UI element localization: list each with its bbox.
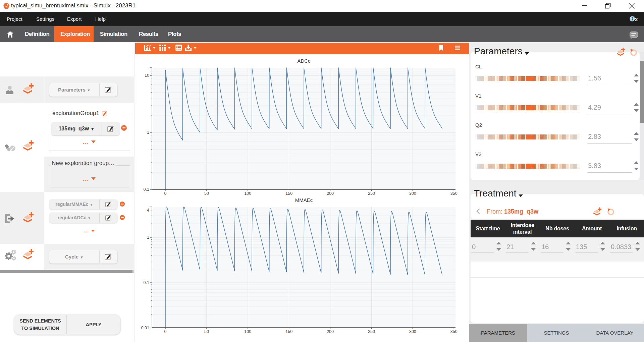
svg-text:350: 350 (450, 329, 458, 334)
svg-text:0.1: 0.1 (144, 187, 149, 192)
svg-text:150: 150 (285, 191, 292, 196)
svg-text:250: 250 (368, 329, 375, 334)
svg-text:0: 0 (164, 191, 167, 196)
svg-text:4: 4 (147, 208, 149, 213)
svg-text:100: 100 (244, 329, 251, 334)
svg-text:10: 10 (145, 73, 149, 78)
svg-text:200: 200 (327, 191, 334, 196)
svg-text:150: 150 (285, 329, 292, 334)
svg-text:300: 300 (409, 191, 416, 196)
svg-text:0: 0 (164, 329, 167, 334)
svg-text:50: 50 (204, 191, 209, 196)
svg-text:200: 200 (327, 329, 334, 334)
svg-text:300: 300 (409, 329, 416, 334)
svg-text:0.01: 0.01 (141, 326, 149, 330)
svg-text:100: 100 (244, 191, 251, 196)
svg-text:0.1: 0.1 (144, 280, 149, 285)
svg-text:50: 50 (204, 329, 209, 334)
svg-text:MMAEc: MMAEc (295, 197, 313, 203)
svg-text:250: 250 (368, 191, 375, 196)
svg-text:1: 1 (147, 130, 149, 135)
svg-text:1: 1 (147, 235, 149, 240)
svg-text:350: 350 (450, 191, 458, 196)
svg-text:ADCc: ADCc (297, 58, 311, 64)
